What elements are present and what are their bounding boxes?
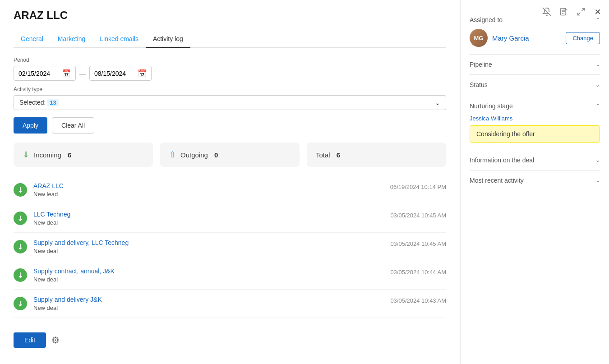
selected-badge: 13	[47, 99, 58, 106]
activity-date: 03/05/2024 10:45 AM	[390, 240, 446, 247]
assignee-row: MG Mary Garcia Change	[470, 29, 600, 47]
tab-activity-log[interactable]: Activity log	[146, 31, 190, 48]
tab-general[interactable]: General	[14, 31, 51, 47]
activity-sub: New deal	[33, 248, 384, 254]
activity-sub: New deal	[33, 304, 384, 311]
nurturing-person: Jessica Williams	[470, 115, 600, 122]
activity-type-label: Activity type	[14, 86, 446, 92]
chevron-down-icon: ⌄	[435, 99, 440, 106]
avatar: MG	[470, 29, 488, 47]
activity-name[interactable]: ARAZ LLC	[33, 182, 384, 189]
stat-incoming-value: 6	[68, 151, 71, 159]
stats-row: ⇓ Incoming 6 ⇧ Outgoing 0 Total 6	[14, 143, 446, 167]
page-title: ARAZ LLC	[14, 9, 446, 22]
outgoing-icon: ⇧	[169, 150, 176, 160]
activity-content: Supply and delivery J&K New deal	[33, 296, 384, 311]
period-filter: Period 📅 — 📅	[14, 57, 446, 81]
status-title: Status	[470, 81, 488, 88]
document-button[interactable]	[559, 7, 568, 18]
status-section[interactable]: Status ⌄	[470, 75, 600, 95]
recent-activity-header[interactable]: Most recent activity ⌄	[470, 177, 600, 184]
tab-linked-emails[interactable]: Linked emails	[92, 31, 146, 47]
assigned-to-title: Assigned to	[470, 16, 503, 23]
info-deal-section[interactable]: Information on the deal ⌄	[470, 150, 600, 170]
stat-total-label: Total	[316, 151, 330, 159]
tab-marketing[interactable]: Marketing	[51, 31, 92, 47]
list-item: ARAZ LLC New lead 06/19/2024 10:14 PM	[14, 176, 446, 204]
list-item: Supply and delivery, LLC Techneg New dea…	[14, 233, 446, 261]
nurturing-chevron-icon: ⌃	[595, 103, 600, 109]
list-item: LLC Techneg New deal 03/05/2024 10:45 AM	[14, 204, 446, 233]
recent-activity-section[interactable]: Most recent activity ⌄	[470, 170, 600, 190]
status-chevron-icon: ⌄	[595, 82, 600, 88]
date-to-wrap[interactable]: 📅	[89, 66, 152, 81]
pipeline-section[interactable]: Pipeline ⌄	[470, 55, 600, 75]
stat-incoming-label: Incoming	[34, 151, 61, 159]
pipeline-title: Pipeline	[470, 61, 492, 68]
assignee-name: Mary Garcia	[492, 34, 561, 42]
info-deal-header[interactable]: Information on the deal ⌄	[470, 157, 600, 164]
activity-dot	[14, 240, 27, 253]
activity-sub: New lead	[33, 191, 384, 198]
right-panel: Assigned to ⌃ MG Mary Garcia Change Pipe…	[460, 0, 609, 364]
date-to-input[interactable]	[94, 70, 135, 77]
activity-date: 06/19/2024 10:14 PM	[390, 184, 446, 190]
period-label: Period	[14, 57, 446, 63]
nurturing-section: Nurturing stage ⌃ Jessica Williams Consi…	[470, 95, 600, 150]
clear-button[interactable]: Clear All	[52, 117, 94, 134]
calendar-from-icon[interactable]: 📅	[62, 69, 71, 78]
change-button[interactable]: Change	[566, 32, 600, 44]
activity-type-select[interactable]: Selected: 13 ⌄	[14, 95, 446, 110]
close-button[interactable]	[594, 8, 602, 18]
nurturing-stage-tag: Considering the offer	[470, 125, 600, 143]
activity-type-value: Selected: 13	[19, 99, 59, 106]
date-separator: —	[79, 70, 86, 77]
recent-activity-title: Most recent activity	[470, 177, 524, 184]
activity-sub: New deal	[33, 219, 384, 226]
activity-name[interactable]: Supply contract, annual, J&K	[33, 267, 384, 275]
svg-line-3	[578, 13, 581, 15]
activity-dot	[14, 297, 27, 310]
activity-name[interactable]: Supply and delivery, LLC Techneg	[33, 239, 384, 246]
edit-button[interactable]: Edit	[14, 332, 46, 348]
tabs-container: General Marketing Linked emails Activity…	[14, 31, 446, 48]
calendar-to-icon[interactable]: 📅	[138, 69, 147, 78]
activity-name[interactable]: LLC Techneg	[33, 211, 384, 218]
bell-off-button[interactable]	[542, 7, 551, 18]
nurturing-content: Jessica Williams Considering the offer	[470, 115, 600, 143]
activity-name[interactable]: Supply and delivery J&K	[33, 296, 384, 303]
activity-date: 03/05/2024 10:45 AM	[390, 212, 446, 219]
activity-content: Supply contract, annual, J&K New deal	[33, 267, 384, 283]
gear-button[interactable]: ⚙	[51, 335, 60, 346]
status-header[interactable]: Status ⌄	[470, 81, 600, 88]
list-item: Supply and delivery J&K New deal 03/05/2…	[14, 290, 446, 318]
activity-list: ARAZ LLC New lead 06/19/2024 10:14 PM LL…	[14, 176, 446, 325]
date-from-wrap[interactable]: 📅	[14, 66, 76, 81]
stat-total[interactable]: Total 6	[307, 143, 446, 167]
activity-date: 03/05/2024 10:43 AM	[390, 297, 446, 304]
recent-activity-chevron-icon: ⌄	[595, 177, 600, 184]
activity-content: ARAZ LLC New lead	[33, 182, 384, 198]
top-icons	[542, 7, 602, 18]
activity-dot	[14, 268, 27, 282]
incoming-icon: ⇓	[23, 150, 29, 160]
stat-outgoing-label: Outgoing	[180, 151, 208, 159]
activity-type-filter: Activity type Selected: 13 ⌄	[14, 86, 446, 110]
pipeline-header[interactable]: Pipeline ⌄	[470, 61, 600, 68]
filter-actions: Apply Clear All	[14, 117, 446, 134]
nurturing-header[interactable]: Nurturing stage ⌃	[470, 102, 600, 110]
pipeline-chevron-icon: ⌄	[595, 61, 600, 68]
activity-sub: New deal	[33, 276, 384, 283]
apply-button[interactable]: Apply	[14, 117, 47, 134]
list-item: Supply contract, annual, J&K New deal 03…	[14, 261, 446, 290]
nurturing-title: Nurturing stage	[470, 102, 513, 110]
stat-outgoing[interactable]: ⇧ Outgoing 0	[160, 143, 300, 167]
expand-button[interactable]	[577, 7, 586, 18]
bottom-bar: Edit ⚙	[14, 325, 446, 355]
svg-line-2	[582, 9, 585, 11]
activity-dot	[14, 183, 27, 197]
stat-incoming[interactable]: ⇓ Incoming 6	[14, 143, 153, 167]
activity-date: 03/05/2024 10:44 AM	[390, 269, 446, 276]
stat-total-value: 6	[337, 151, 340, 159]
date-from-input[interactable]	[18, 70, 59, 77]
